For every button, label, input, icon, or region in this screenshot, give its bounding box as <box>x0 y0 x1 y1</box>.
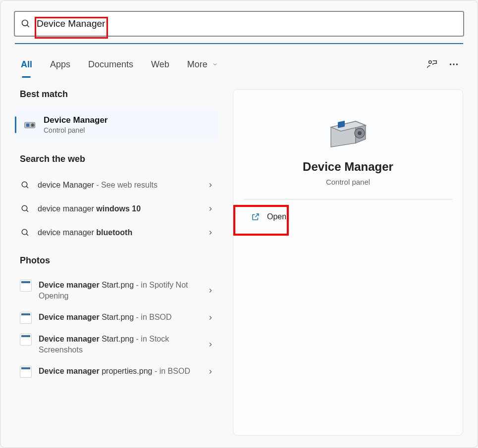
tab-apps[interactable]: Apps <box>50 58 70 71</box>
svg-point-14 <box>22 229 27 235</box>
chevron-right-icon <box>207 314 216 321</box>
open-button[interactable]: Open <box>245 208 292 225</box>
chevron-right-icon <box>207 205 216 212</box>
photo-result-1[interactable]: Device manager Start.png - in BSOD <box>15 307 218 329</box>
device-manager-icon <box>24 118 37 131</box>
tab-more-label: More <box>187 59 208 69</box>
image-thumbnail-icon <box>20 334 32 346</box>
tab-more[interactable]: More <box>187 58 218 71</box>
search-icon <box>20 204 31 213</box>
more-options-icon[interactable] <box>445 56 462 73</box>
photo-result-text: Device manager Start.png - in Stock Scre… <box>39 334 207 356</box>
divider <box>243 199 453 199</box>
chevron-right-icon <box>207 287 216 294</box>
photo-result-text: Device manager properties.png - in BSOD <box>39 366 207 377</box>
web-result-text: device manager bluetooth <box>38 228 207 237</box>
best-match-title: Device Manager <box>44 115 107 125</box>
searchbar-underline <box>15 43 463 44</box>
web-result-text: device manager windows 10 <box>38 204 207 213</box>
open-external-icon <box>251 212 260 221</box>
svg-point-9 <box>32 125 33 126</box>
photo-result-0[interactable]: Device manager Start.png - in Spotify No… <box>15 275 218 307</box>
search-icon <box>20 228 31 237</box>
tab-all[interactable]: All <box>21 58 32 71</box>
device-manager-large-icon <box>233 114 463 149</box>
preview-title: Device Manager <box>233 160 463 174</box>
svg-point-10 <box>22 182 27 187</box>
photo-result-text: Device manager Start.png - in Spotify No… <box>39 280 207 302</box>
best-match-result[interactable]: Device Manager Control panel <box>15 108 218 141</box>
svg-point-21 <box>358 131 362 135</box>
filter-tabs: All Apps Documents Web More <box>21 54 462 74</box>
image-thumbnail-icon <box>20 280 32 292</box>
web-result-0[interactable]: device Manager - See web results <box>15 173 218 197</box>
best-match-subtitle: Control panel <box>44 126 107 134</box>
chevron-right-icon <box>207 229 216 236</box>
search-icon <box>20 181 31 190</box>
web-result-text: device Manager - See web results <box>38 181 207 190</box>
svg-point-0 <box>22 20 28 26</box>
chevron-right-icon <box>207 368 216 375</box>
chat-icon[interactable] <box>424 56 440 73</box>
svg-line-15 <box>26 234 28 236</box>
chevron-down-icon <box>212 61 218 67</box>
open-label: Open <box>267 212 286 221</box>
results-column: Best match Device Manager Control panel … <box>15 89 218 436</box>
chevron-right-icon <box>207 341 216 348</box>
chevron-right-icon <box>207 182 216 189</box>
section-best-match: Best match <box>20 89 218 100</box>
svg-point-3 <box>450 63 451 65</box>
svg-point-12 <box>22 205 27 211</box>
svg-line-11 <box>26 186 28 188</box>
preview-pane: Device Manager Control panel Open <box>233 89 463 436</box>
search-icon <box>21 19 31 29</box>
photo-result-3[interactable]: Device manager properties.png - in BSOD <box>15 361 218 383</box>
photo-result-2[interactable]: Device manager Start.png - in Stock Scre… <box>15 329 218 361</box>
image-thumbnail-icon <box>20 312 32 324</box>
svg-point-5 <box>456 63 458 65</box>
search-input[interactable] <box>37 18 457 29</box>
svg-line-13 <box>26 210 28 212</box>
svg-line-1 <box>27 25 29 27</box>
svg-point-4 <box>453 63 454 65</box>
tab-web[interactable]: Web <box>151 58 169 71</box>
preview-subtitle: Control panel <box>233 178 463 186</box>
svg-rect-7 <box>26 124 30 127</box>
search-bar[interactable] <box>14 11 464 37</box>
section-photos: Photos <box>20 255 218 266</box>
search-window: All Apps Documents Web More Best match <box>0 0 478 448</box>
image-thumbnail-icon <box>20 366 32 378</box>
section-search-web: Search the web <box>20 154 218 164</box>
photo-result-text: Device manager Start.png - in BSOD <box>39 312 207 323</box>
svg-point-2 <box>429 61 432 64</box>
tab-documents[interactable]: Documents <box>88 58 133 71</box>
web-result-1[interactable]: device manager windows 10 <box>15 197 218 221</box>
web-result-2[interactable]: device manager bluetooth <box>15 221 218 245</box>
